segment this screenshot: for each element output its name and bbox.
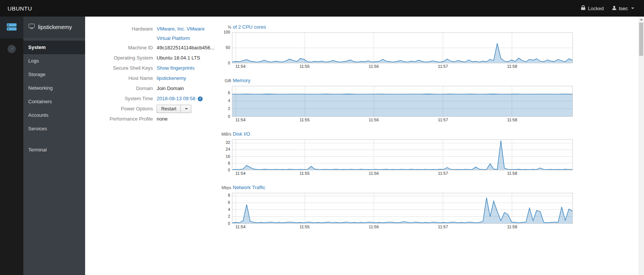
info-value: Restart — [157, 104, 191, 114]
info-row-secure-shell-keys: Secure Shell KeysShow fingerprints — [93, 63, 221, 73]
y-tick-label: 2 — [228, 214, 230, 218]
info-label: Machine ID — [93, 43, 153, 53]
y-tick-label: 0 — [228, 114, 230, 119]
chart-title-link[interactable]: Disk I/O — [233, 131, 250, 137]
app-strip-item-host[interactable] — [0, 17, 23, 38]
topbar: UBUNTU Locked tsec — [0, 0, 644, 17]
x-tick-label: 11:56 — [369, 118, 379, 122]
power-options-caret-button[interactable] — [181, 105, 191, 113]
info-link-hardware[interactable]: VMware, Inc. VMware Virtual Platform — [157, 24, 214, 43]
info-label: Domain — [93, 84, 153, 93]
chart-network-traffic: MbpsNetwork Traffic0246811:5411:5511:561… — [221, 185, 573, 230]
user-label: tsec — [619, 6, 628, 11]
user-menu[interactable]: tsec — [612, 6, 634, 11]
chart-unit-label: GiB — [221, 78, 231, 83]
info-link-secure-shell-keys[interactable]: Show fingerprints — [157, 63, 194, 73]
scrollbar[interactable] — [638, 17, 644, 275]
x-tick-label: 11:56 — [369, 64, 379, 69]
chart-disk-i-o: MiB/sDisk I/O0816243211:5411:5511:5611:5… — [221, 131, 573, 177]
x-axis-labels: 11:5411:5511:5611:5711:58 — [232, 117, 573, 123]
info-link-system-time[interactable]: 2018-08-13 09:58 — [157, 94, 195, 103]
chart-body: 0246 — [221, 86, 573, 117]
x-axis-labels: 11:5411:5511:5611:5711:58 — [232, 170, 573, 177]
x-tick-label: 11:54 — [235, 64, 246, 69]
info-value: Ubuntu 18.04.1 LTS — [157, 53, 200, 63]
app-strip-item-dashboard[interactable] — [0, 38, 23, 60]
x-axis-labels: 11:5411:5511:5611:5711:58 — [232, 63, 573, 70]
info-row-domain: DomainJoin Domain — [93, 84, 221, 94]
chart-of-2-cpu-cores: %of 2 CPU cores05010011:5411:5511:5611:5… — [221, 24, 573, 70]
sidebar-item-terminal[interactable]: Terminal — [23, 143, 85, 157]
y-tick-label: 8 — [228, 161, 230, 165]
info-label: System Time — [93, 94, 153, 104]
x-tick-label: 11:56 — [369, 171, 379, 176]
x-tick-label: 11:58 — [507, 225, 517, 229]
info-row-hardware: HardwareVMware, Inc. VMware Virtual Plat… — [93, 24, 221, 43]
chart-unit-label: % — [221, 25, 231, 29]
x-tick-label: 11:57 — [438, 64, 448, 69]
x-tick-label: 11:57 — [438, 225, 448, 229]
y-tick-label: 8 — [228, 193, 230, 197]
x-tick-label: 11:54 — [235, 225, 246, 229]
host-icon — [29, 24, 35, 30]
y-tick-label: 6 — [228, 200, 230, 205]
y-axis-labels: 050100 — [221, 32, 232, 63]
sidebar-item-system[interactable]: System — [23, 41, 85, 54]
chevron-down-icon — [631, 8, 634, 9]
sidebar-item-logs[interactable]: Logs — [23, 54, 85, 68]
chart-body: 050100 — [221, 32, 573, 63]
chart-plot-area — [232, 32, 573, 63]
sidebar-item-accounts[interactable]: Accounts — [23, 108, 85, 122]
x-tick-label: 11:55 — [299, 64, 310, 69]
y-tick-label: 2 — [228, 106, 230, 111]
y-tick-label: 0 — [228, 61, 230, 65]
info-row-operating-system: Operating SystemUbuntu 18.04.1 LTS — [93, 53, 221, 63]
chart-plot-area — [232, 193, 573, 224]
sidebar-item-containers[interactable]: Containers — [23, 95, 85, 108]
gauge-icon — [7, 44, 16, 55]
info-label: Performance Profile — [93, 114, 153, 124]
chart-memory: GiBMemory024611:5411:5511:5611:5711:58 — [221, 78, 573, 123]
y-tick-label: 24 — [226, 147, 230, 151]
info-action-domain[interactable]: Join Domain — [157, 86, 184, 91]
scroll-up-arrow[interactable] — [638, 17, 644, 22]
y-tick-label: 16 — [226, 154, 230, 159]
locked-button[interactable]: Locked — [581, 5, 604, 11]
restart-button[interactable]: Restart — [157, 105, 181, 113]
chart-header: GiBMemory — [221, 78, 573, 85]
info-link-host-name[interactable]: lipstickenemy — [157, 73, 186, 83]
x-axis-labels: 11:5411:5511:5611:5711:58 — [232, 224, 573, 230]
chart-unit-label: Mbps — [221, 185, 231, 190]
chart-header: %of 2 CPU cores — [221, 24, 573, 32]
sidebar-nav-extra: Terminal — [23, 140, 85, 157]
info-label: Host Name — [93, 73, 153, 83]
power-options-split-button: Restart — [157, 105, 191, 113]
sidebar-hostname[interactable]: lipstickenemy — [23, 17, 85, 38]
info-circle-icon[interactable]: i — [198, 96, 203, 101]
y-tick-label: 4 — [228, 207, 230, 212]
main-content: HardwareVMware, Inc. VMware Virtual Plat… — [85, 17, 644, 275]
x-tick-label: 11:57 — [438, 118, 448, 122]
sidebar-item-storage[interactable]: Storage — [23, 68, 85, 81]
scrollbar-thumb[interactable] — [639, 23, 643, 56]
sidebar-nav: SystemLogsStorageNetworkingContainersAcc… — [23, 38, 85, 136]
info-label: Operating System — [93, 53, 153, 63]
y-tick-label: 32 — [226, 140, 230, 145]
y-tick-label: 0 — [228, 221, 230, 226]
sidebar-item-networking[interactable]: Networking — [23, 81, 85, 95]
info-row-host-name: Host Namelipstickenemy — [93, 73, 221, 84]
chart-body: 08162432 — [221, 139, 573, 170]
x-tick-label: 11:54 — [235, 171, 246, 176]
sidebar-item-services[interactable]: Services — [23, 122, 85, 136]
chart-title-link[interactable]: Network Traffic — [233, 185, 265, 190]
info-row-machine-id: Machine ID49c1822514114bacb456... — [93, 43, 221, 53]
server-icon — [7, 23, 17, 32]
chart-title-link[interactable]: Memory — [233, 78, 250, 83]
chart-title-link[interactable]: of 2 CPU cores — [233, 24, 266, 30]
y-tick-label: 50 — [226, 45, 230, 50]
hostname-label: lipstickenemy — [38, 24, 72, 30]
y-tick-label: 4 — [228, 98, 230, 103]
info-value: 49c1822514114bacb456... — [157, 43, 214, 53]
info-row-power-options: Power OptionsRestart — [93, 104, 221, 114]
layout: lipstickenemy SystemLogsStorageNetworkin… — [0, 17, 644, 275]
